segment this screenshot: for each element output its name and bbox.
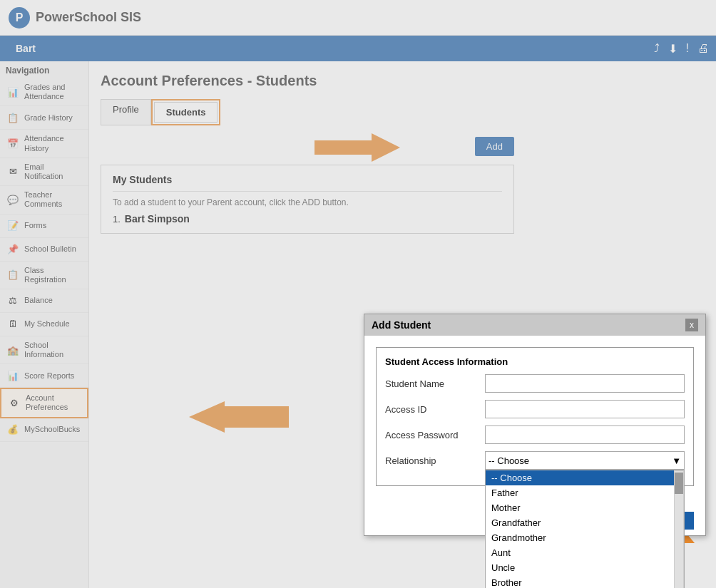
add-student-modal: Add Student x Student Access Information… [364,314,706,536]
option-brother[interactable]: Brother [486,575,674,588]
relationship-dropdown-list[interactable]: -- Choose Father Mother Grandfather Gran… [485,470,685,588]
modal-body: Student Access Information Student Name … [364,336,705,506]
option-father[interactable]: Father [486,485,674,500]
access-password-label: Access Password [385,430,485,440]
relationship-dropdown-container: -- Choose ▼ -- Choose Father Mother Gran… [485,451,685,470]
dropdown-chevron: ▼ [672,455,681,466]
access-id-row: Access ID [385,400,685,418]
dropdown-inner: -- Choose Father Mother Grandfather Gran… [486,470,684,588]
modal-header: Add Student x [364,314,705,336]
relationship-label: Relationship [385,455,485,466]
option-grandmother[interactable]: Grandmother [486,530,674,545]
student-access-info-group: Student Access Information Student Name … [376,347,694,486]
modal-overlay: Add Student x Student Access Information… [0,0,716,588]
dropdown-options: -- Choose Father Mother Grandfather Gran… [486,470,674,588]
relationship-select[interactable]: -- Choose ▼ [485,451,685,470]
access-password-row: Access Password [385,425,685,444]
scrollbar-thumb [675,473,683,494]
option-mother[interactable]: Mother [486,500,674,515]
modal-title: Add Student [372,319,431,331]
option-choose[interactable]: -- Choose [486,470,674,485]
access-password-input[interactable] [485,425,685,444]
student-name-input[interactable] [485,374,685,393]
option-uncle[interactable]: Uncle [486,560,674,575]
student-name-label: Student Name [385,378,485,389]
relationship-selected-value: -- Choose [489,455,529,466]
field-group-title: Student Access Information [385,356,685,367]
dropdown-scrollbar[interactable] [674,470,684,588]
option-aunt[interactable]: Aunt [486,545,674,560]
relationship-row: Relationship -- Choose ▼ -- Choose Fathe… [385,451,685,470]
modal-close-button[interactable]: x [685,319,698,331]
access-id-label: Access ID [385,404,485,415]
access-id-input[interactable] [485,400,685,418]
option-grandfather[interactable]: Grandfather [486,515,674,530]
student-name-row: Student Name [385,374,685,393]
